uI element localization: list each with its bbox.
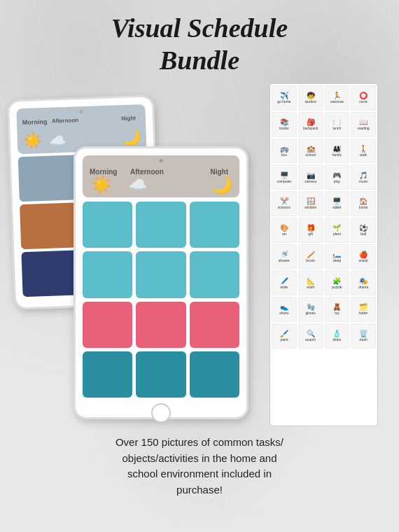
picture-cell: 🎁gift — [298, 218, 323, 243]
picture-cell: 📷camera — [298, 164, 323, 190]
pic-label: home — [359, 206, 368, 210]
picture-cell: 🏫school — [298, 139, 323, 164]
pic-label: shoes — [279, 312, 288, 316]
sun-icon-back: ☀️ — [22, 132, 42, 150]
picture-cell: 🪥brush — [298, 244, 323, 270]
tablet-front: Morning ☀️ Afternoon ☁️ Night 🌙 — [74, 146, 248, 419]
bottom-line2: objects/activities in the home and — [122, 452, 277, 464]
pic-label: computer — [276, 180, 291, 184]
picture-cell: 🔍search — [298, 323, 323, 349]
home-button[interactable] — [151, 403, 171, 423]
picture-cell: 🧸toy — [325, 297, 350, 322]
pic-icon: 🎨 — [280, 224, 288, 232]
pic-label: gloves — [305, 312, 315, 316]
pic-label: school — [305, 153, 315, 158]
pic-label: bus — [281, 153, 287, 158]
pic-icon: 🍎 — [359, 251, 368, 258]
pic-label: math — [307, 286, 314, 290]
cell-teal-3 — [190, 202, 239, 248]
pic-icon: 📚 — [280, 118, 288, 126]
pic-label: paint — [280, 338, 288, 342]
pic-icon: 🖌️ — [280, 330, 288, 337]
picture-cell: 📚books — [272, 112, 297, 137]
pic-label: window — [304, 206, 316, 210]
picture-cell: 👟shoes — [272, 297, 297, 322]
pic-icon: 🧤 — [307, 303, 315, 311]
picture-cell: 🚶walk — [351, 139, 376, 164]
pic-icon: 🎵 — [359, 172, 368, 179]
pic-label: brush — [306, 259, 315, 263]
picture-cell: 🗂️folder — [351, 297, 376, 322]
pic-icon: 🔍 — [307, 330, 315, 337]
cell-teal-4 — [83, 251, 132, 298]
pic-icon: 🏫 — [307, 145, 315, 153]
cell-dark-teal-1 — [83, 351, 132, 398]
pic-icon: 👨‍👩‍👧 — [332, 145, 341, 153]
picture-cell: 📖reading — [351, 112, 376, 137]
sun-icon-front: ☀️ — [91, 175, 112, 195]
pic-icon: 🚌 — [280, 145, 288, 153]
pic-icon: 🧸 — [332, 303, 341, 311]
pic-label: go home — [277, 100, 290, 104]
picture-cell: 🧒student — [298, 85, 323, 111]
pic-icon: 🧩 — [332, 277, 341, 285]
tablets-area: Morning ☀️ Afternoon ☁️ Night 🌙 Morning — [10, 83, 262, 426]
camera-dot-front — [160, 159, 163, 162]
picture-cell: 👨‍👩‍👧family — [325, 139, 350, 164]
pic-icon: ⚽ — [359, 224, 368, 232]
picture-cell: 🖥️computer — [272, 164, 297, 190]
pic-icon: 🍽️ — [332, 118, 341, 126]
afternoon-label-back: Afternoon — [52, 117, 79, 124]
pic-label: plant — [333, 232, 341, 237]
picture-cell: 🏃exercise — [325, 85, 350, 111]
pic-label: sleep — [332, 259, 341, 263]
pic-label: student — [304, 100, 316, 104]
pic-icon: 🖥️ — [280, 172, 288, 179]
pic-label: toy — [335, 312, 340, 316]
pic-icon: 🗑️ — [359, 330, 368, 337]
pic-label: shower — [279, 259, 290, 263]
pic-icon: 🌱 — [332, 224, 341, 232]
picture-cell: 🚌bus — [272, 139, 297, 164]
pic-icon: 🎁 — [307, 224, 315, 232]
picture-cell: 🎮play — [325, 164, 350, 190]
pic-label: trash — [360, 338, 368, 342]
pic-label: ball — [360, 232, 366, 237]
bottom-line1: Over 150 pictures of common tasks/ — [115, 436, 284, 448]
pic-label: lunch — [332, 127, 341, 131]
pic-icon: ✂️ — [280, 197, 288, 205]
picture-cell: 🎭drama — [351, 270, 376, 295]
picture-grid: ✈️go home🧒student🏃exercise⭕circle📚books🎒… — [270, 84, 377, 350]
afternoon-label-front: Afternoon — [130, 168, 164, 176]
pic-icon: ✈️ — [280, 92, 288, 99]
page-title: Visual Schedule Bundle — [7, 13, 392, 76]
pic-icon: 🛏️ — [332, 251, 341, 258]
cloud-icon-back: ☁️ — [49, 132, 67, 150]
cell-pink-2 — [136, 302, 186, 348]
pic-icon: 🧴 — [332, 330, 341, 337]
pic-icon: 🎒 — [307, 118, 315, 126]
pic-label: walk — [360, 153, 367, 158]
picture-cell: ⭕circle — [351, 85, 376, 111]
moon-icon-back: 🌙 — [121, 128, 141, 147]
picture-cell: 🧴lotion — [325, 323, 350, 349]
content-area: Morning ☀️ Afternoon ☁️ Night 🌙 Morning — [0, 83, 399, 426]
picture-cell: 🍽️lunch — [325, 112, 350, 137]
picture-cell: 🎵music — [351, 164, 376, 190]
picture-cell: 🧤gloves — [298, 297, 323, 322]
picture-cell: 🌱plant — [325, 218, 350, 243]
picture-cell: 🧩puzzle — [325, 270, 350, 295]
cell-dark-teal-3 — [190, 351, 239, 398]
picture-cell: 🎨art — [272, 218, 297, 243]
night-label-back: Night — [121, 115, 136, 122]
pic-label: backpack — [303, 127, 318, 131]
camera-dot-back — [79, 110, 83, 113]
pic-icon: 📖 — [359, 118, 368, 126]
pic-icon: 🪥 — [307, 251, 315, 258]
pic-label: lotion — [332, 338, 341, 342]
pic-label: snack — [359, 259, 368, 263]
picture-cell: 🏠home — [351, 191, 376, 216]
picture-cell: ✂️scissors — [272, 191, 297, 216]
cell-pink-3 — [190, 302, 239, 348]
bottom-line4: purchase! — [176, 484, 223, 496]
